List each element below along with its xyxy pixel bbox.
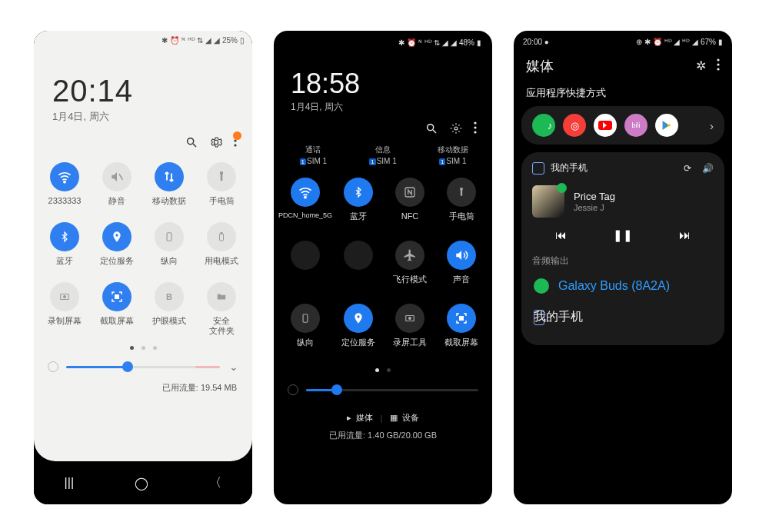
qs-tile-bluetooth[interactable]: 蓝牙 <box>38 222 91 274</box>
svg-rect-22 <box>303 314 308 323</box>
search-icon[interactable] <box>424 121 438 135</box>
track-artist: Jessie J <box>574 203 615 212</box>
media-controls: ⏮ ❚❚ ⏭ <box>532 228 714 242</box>
clock-time: 18:58 <box>291 68 474 100</box>
phone-device-icon <box>532 162 544 175</box>
qs-tile-screenshot[interactable]: 截取屏幕 <box>91 282 143 335</box>
nav-home[interactable]: ◯ <box>135 476 148 490</box>
qs-tile-screenrecord[interactable]: 录屏工具 <box>384 304 435 356</box>
slider-track[interactable] <box>66 366 220 368</box>
brightness-slider[interactable] <box>274 372 492 398</box>
qs-tile-securefolder[interactable]: 安全 文件夹 <box>195 282 248 335</box>
svg-point-14 <box>428 125 434 131</box>
svg-rect-8 <box>167 233 171 241</box>
status-icons: ✱ ⏰ ᴺ ᴴᴰ ⇅ ◢ ◢ <box>398 38 457 47</box>
status-bar: ✱ ⏰ ᴺ ᴴᴰ ⇅ ◢ ◢ 25% ▯ <box>34 31 252 46</box>
album-art <box>532 185 564 218</box>
qs-grid: 2333333 静音 移动数据 手电筒 蓝牙 定位服务 纵向 用电模式 录制屏幕… <box>34 153 252 335</box>
status-time: 20:00 <box>523 38 542 46</box>
data-usage[interactable]: 已用流量: 19.54 MB <box>34 374 252 394</box>
output-buds[interactable]: Galaxy Buds (8A2A) <box>532 271 714 301</box>
flower-icon[interactable]: ✲ <box>696 58 706 74</box>
pager-dot[interactable] <box>130 346 134 350</box>
svg-point-23 <box>357 315 359 318</box>
sim-calls[interactable]: 通话1SIM 1 <box>278 145 348 165</box>
device-label: 我的手机 <box>551 161 588 175</box>
sync-icon[interactable]: ⟳ <box>684 163 691 174</box>
battery-percent: 67% <box>701 38 716 46</box>
now-playing[interactable]: Price Tag Jessie J <box>532 185 714 218</box>
pager-dot[interactable] <box>375 368 379 372</box>
data-usage[interactable]: 已用流量: 1.40 GB/20.00 GB <box>274 430 492 441</box>
chevron-right-icon[interactable]: › <box>710 119 714 132</box>
nav-back[interactable]: 〈 <box>209 475 221 491</box>
brightness-slider[interactable]: ⌄ <box>34 350 252 374</box>
chevron-down-icon[interactable]: ⌄ <box>229 361 238 373</box>
app-spotify[interactable]: ♪ <box>532 114 555 137</box>
pager-dot[interactable] <box>153 346 157 350</box>
prev-button[interactable]: ⏮ <box>555 228 567 242</box>
qs-tile-mobiledata[interactable]: 移动数据 <box>143 162 195 214</box>
output-label: Galaxy Buds (8A2A) <box>558 279 670 293</box>
qs-tile-screenshot[interactable]: 截取屏幕 <box>436 304 488 356</box>
app-youtube[interactable] <box>594 114 617 137</box>
qs-tile-nfc[interactable]: NFC <box>384 178 435 230</box>
qs-panel: ✱ ⏰ ᴺ ᴴᴰ ⇅ ◢ ◢ 25% ▯ 20:14 1月4日, 周六 2333… <box>34 31 252 461</box>
media-button[interactable]: 媒体 <box>356 412 373 424</box>
svg-line-15 <box>433 130 436 133</box>
qs-tile-rotation[interactable]: 纵向 <box>278 304 332 356</box>
svg-line-6 <box>119 174 123 180</box>
media-card-header: 我的手机 ⟳ 🔊 <box>532 161 714 175</box>
svg-point-3 <box>234 139 236 141</box>
pause-button[interactable]: ❚❚ <box>613 228 633 242</box>
svg-point-12 <box>64 296 66 298</box>
qs-grid: PDCN_home_5G 蓝牙 NFC 手电筒 飞行模式 声音 纵向 定位服务 … <box>274 168 492 356</box>
qs-tile-screenrecord[interactable]: 录制屏幕 <box>38 282 91 335</box>
svg-rect-13 <box>115 295 119 299</box>
output-phone[interactable]: 我的手机 <box>532 301 714 333</box>
app-playstore[interactable] <box>655 114 678 137</box>
media-card: 我的手机 ⟳ 🔊 Price Tag Jessie J ⏮ ❚❚ ⏭ 音频输出 … <box>521 152 724 345</box>
media-header: 媒体 ✲ <box>514 46 732 83</box>
settings-icon[interactable] <box>209 135 223 149</box>
qs-tile-location[interactable]: 定位服务 <box>332 304 384 356</box>
qs-tile-mute[interactable]: 静音 <box>91 162 143 214</box>
settings-icon[interactable] <box>449 121 463 135</box>
track-title: Price Tag <box>574 191 615 202</box>
qs-tile-torch[interactable]: 手电筒 <box>436 178 488 230</box>
svg-point-29 <box>717 68 719 70</box>
svg-point-0 <box>188 138 194 145</box>
qs-tile-sound[interactable]: 声音 <box>436 241 488 293</box>
more-icon[interactable] <box>717 58 720 74</box>
nav-recents[interactable]: ||| <box>65 476 74 490</box>
more-icon[interactable] <box>234 135 237 150</box>
next-button[interactable]: ⏭ <box>679 228 691 242</box>
pager-dot[interactable] <box>387 368 391 372</box>
qs-tile-airplane[interactable]: 飞行模式 <box>384 241 435 293</box>
panel-actions <box>274 117 492 137</box>
devices-button[interactable]: 设备 <box>402 412 419 424</box>
battery-icon: ▮ <box>477 38 481 47</box>
qs-tile-unknown[interactable] <box>332 241 384 293</box>
panel-actions <box>34 128 252 153</box>
slider-track[interactable] <box>306 389 478 391</box>
qs-tile-rotation[interactable]: 纵向 <box>143 222 195 274</box>
svg-point-19 <box>474 131 476 133</box>
qs-tile-unknown[interactable] <box>278 241 332 293</box>
qs-tile-bluetooth[interactable]: 蓝牙 <box>332 178 384 230</box>
qs-tile-location[interactable]: 定位服务 <box>91 222 143 274</box>
app-bilibili[interactable]: bili <box>624 114 647 137</box>
qs-tile-eyecomfort[interactable]: B护眼模式 <box>143 282 195 335</box>
more-icon[interactable] <box>474 121 477 137</box>
app-pocketcasts[interactable]: ◎ <box>563 114 586 137</box>
qs-tile-wifi[interactable]: PDCN_home_5G <box>278 178 332 230</box>
qs-tile-wifi[interactable]: 2333333 <box>38 162 91 214</box>
qs-tile-torch[interactable]: 手电筒 <box>195 162 248 214</box>
sim-data[interactable]: 移动数据1SIM 1 <box>418 145 488 165</box>
pager-dot[interactable] <box>141 346 145 350</box>
sim-sms[interactable]: 信息1SIM 1 <box>348 145 418 165</box>
search-icon[interactable] <box>185 135 198 149</box>
volume-icon[interactable]: 🔊 <box>702 163 714 174</box>
qs-tile-powermode[interactable]: 用电模式 <box>195 222 248 274</box>
app-shortcuts: ♪ ◎ bili › <box>521 106 724 145</box>
